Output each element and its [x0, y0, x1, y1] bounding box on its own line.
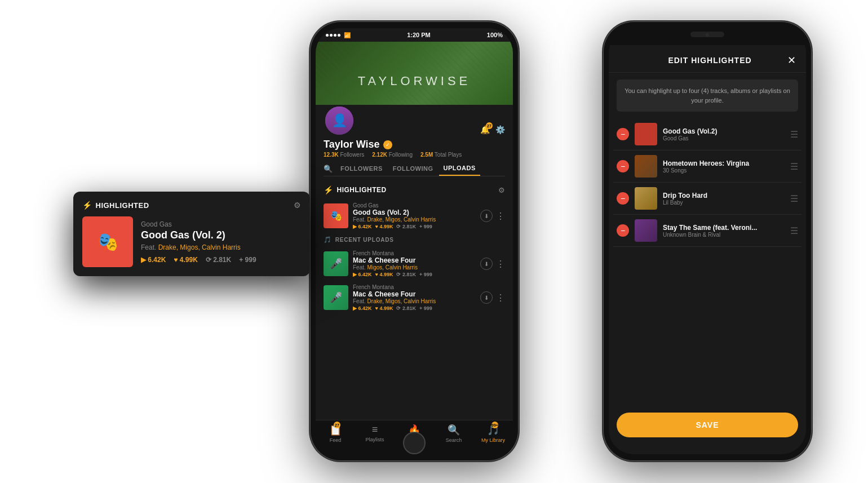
home-button[interactable] — [403, 432, 426, 454]
drag-handle-2[interactable]: ☰ — [790, 161, 798, 172]
avatar[interactable] — [324, 105, 355, 136]
profile-stats: 12.3K Followers 2.12K Following 2.5M Tot… — [324, 152, 505, 158]
recent-track-2-title: Mac & Cheese Four — [353, 290, 476, 298]
status-bar: 📶 1:20 PM 100% — [316, 28, 513, 42]
right-phone: EDIT HIGHLIGHTED ✕ You can highlight up … — [603, 21, 812, 461]
edit-track-name-3: Drip Too Hard — [663, 192, 785, 200]
more-button[interactable]: ⋮ — [496, 211, 505, 221]
close-button[interactable]: ✕ — [787, 54, 796, 67]
remove-btn-1[interactable]: − — [617, 128, 629, 140]
popup-track-album: Good Gas (Vol. 2) — [141, 229, 301, 241]
gear-icon[interactable]: ⚙ — [498, 186, 505, 194]
drag-handle-3[interactable]: ☰ — [790, 193, 798, 204]
track-thumbnail: 🎭 — [324, 203, 348, 228]
followers-count: 12.3K — [324, 152, 339, 158]
popup-title-text: HIGHLIGHTED — [96, 201, 149, 210]
popup-reposts: ⟳ 2.81K — [206, 256, 231, 264]
save-btn-area: SAVE — [617, 413, 798, 437]
followers-label: Followers — [340, 152, 364, 158]
edit-thumb-1 — [635, 123, 657, 145]
following-count: 2.12K — [372, 152, 387, 158]
profile-name: Taylor Wise — [324, 139, 380, 150]
battery-display: 100% — [487, 32, 503, 38]
nav-tabs: 🔍 FOLLOWERS FOLLOWING UPLOADS — [324, 161, 505, 176]
recent-track-1-title: Mac & Cheese Four — [353, 256, 476, 264]
edit-track-sub-2: 30 Songs — [663, 167, 785, 174]
edit-track-sub-1: Good Gas — [663, 135, 785, 141]
edit-track-row-2[interactable]: − Hometown Heroes: Virgina 30 Songs ☰ — [613, 150, 801, 183]
track-thumb-1: 🎤 — [324, 251, 348, 276]
recent-track-2-feat: Feat. Drake, Migos, Calvin Harris — [353, 298, 476, 304]
track-info: Good Gas Good Gas (Vol. 2) Feat. Drake, … — [353, 202, 476, 229]
library-badge: 99+ — [491, 422, 498, 428]
edit-track-row-1[interactable]: − Good Gas (Vol.2) Good Gas ☰ — [613, 118, 801, 150]
track-album: Good Gas (Vol. 2) — [353, 209, 476, 216]
edit-track-sub-4: Unknown Brain & Rival — [663, 232, 785, 238]
edit-header: EDIT HIGHLIGHTED ✕ — [609, 45, 806, 73]
following-label: Following — [389, 152, 413, 158]
track-thumb-2: 🎤 — [324, 285, 348, 310]
edit-thumb-2 — [635, 155, 657, 178]
right-status-bar — [609, 28, 806, 45]
center-phone: 📶 1:20 PM 100% TAYLORWISE 🔔 27 ⚙️ — [310, 21, 519, 461]
edit-info-box: You can highlight up to four (4) tracks,… — [617, 79, 798, 112]
remove-btn-3[interactable]: − — [617, 192, 629, 205]
edit-thumb-4 — [635, 219, 657, 242]
right-screen: EDIT HIGHLIGHTED ✕ You can highlight up … — [609, 28, 806, 454]
edit-track-name-1: Good Gas (Vol.2) — [663, 127, 785, 135]
download-btn-3[interactable]: ⬇ — [480, 291, 493, 304]
popup-likes: ♥ 4.99K — [174, 256, 197, 264]
edit-title: EDIT HIGHLIGHTED — [668, 56, 751, 65]
center-screen: 📶 1:20 PM 100% TAYLORWISE 🔔 27 ⚙️ — [316, 28, 513, 454]
highlighted-track-row[interactable]: 🎭 Good Gas Good Gas (Vol. 2) Feat. Drake… — [316, 199, 513, 233]
camera-dot — [706, 33, 709, 37]
highlighted-title: HIGHLIGHTED — [337, 186, 387, 194]
popup-comments: + 999 — [239, 256, 256, 264]
profile-section: 🔔 27 ⚙️ Taylor Wise ✓ 12.3K Followers 2.… — [316, 105, 513, 181]
plays-count: 2.5M — [420, 152, 433, 158]
track-feat: Feat. Drake, Migos, Calvin Harris — [353, 216, 476, 223]
drag-handle-4[interactable]: ☰ — [790, 225, 798, 236]
edit-track-row-4[interactable]: − Stay The Same (feat. Veroni... Unknown… — [613, 215, 801, 247]
search-icon[interactable]: 🔍 — [324, 165, 333, 173]
track-reposts: ⟳ 2.81K — [396, 224, 416, 229]
lightning-icon: ⚡ — [324, 185, 334, 194]
settings-button[interactable]: ⚙️ — [495, 125, 505, 134]
popup-feat: Feat. Drake, Migos, Calvin Harris — [141, 243, 301, 251]
drag-handle-1[interactable]: ☰ — [790, 129, 798, 140]
popup-lightning-icon: ⚡ — [82, 201, 92, 210]
plays-label: Total Plays — [435, 152, 462, 158]
popup-track: 🎭 Good Gas Good Gas (Vol. 2) Feat. Drake… — [82, 216, 301, 267]
track-subtitle: Good Gas — [353, 202, 476, 209]
save-button[interactable]: SAVE — [617, 413, 798, 437]
popup-thumbnail: 🎭 — [82, 216, 133, 267]
recent-track-1-artist: French Montana — [353, 250, 476, 256]
verified-badge: ✓ — [383, 140, 392, 149]
notification-button[interactable]: 🔔 27 — [480, 125, 490, 134]
edit-track-row-3[interactable]: − Drip Too Hard Lil Baby ☰ — [613, 183, 801, 215]
notif-badge: 27 — [486, 122, 493, 129]
more-btn-3[interactable]: ⋮ — [496, 293, 505, 303]
recent-track-1[interactable]: 🎤 French Montana Mac & Cheese Four Feat.… — [316, 247, 513, 281]
tab-uploads[interactable]: UPLOADS — [439, 161, 480, 176]
more-btn-2[interactable]: ⋮ — [496, 259, 505, 269]
tab-followers[interactable]: FOLLOWERS — [336, 162, 387, 175]
recent-uploads-label: RECENT UPLOADS — [335, 237, 394, 243]
highlighted-header: ⚡ HIGHLIGHTED ⚙ — [316, 181, 513, 199]
download-btn-2[interactable]: ⬇ — [480, 258, 493, 270]
recent-track-2-artist: French Montana — [353, 284, 476, 290]
edit-track-name-4: Stay The Same (feat. Veroni... — [663, 224, 785, 232]
popup-card: ⚡ HIGHLIGHTED ⚙ 🎭 Good Gas Good Gas (Vol… — [73, 192, 310, 276]
tab-following[interactable]: FOLLOWING — [388, 162, 438, 175]
edit-track-list: − Good Gas (Vol.2) Good Gas ☰ − Hometown… — [609, 118, 806, 247]
remove-btn-2[interactable]: − — [617, 160, 629, 172]
popup-gear-icon[interactable]: ⚙ — [294, 201, 301, 210]
download-button[interactable]: ⬇ — [480, 210, 493, 222]
signal-dots: 📶 — [326, 32, 351, 38]
recent-track-1-feat: Feat. Migos, Calvin Harris — [353, 264, 476, 271]
recent-track-2[interactable]: 🎤 French Montana Mac & Cheese Four Feat.… — [316, 281, 513, 314]
remove-btn-4[interactable]: − — [617, 224, 629, 237]
edit-info-text: You can highlight up to four (4) tracks,… — [625, 87, 790, 104]
edit-thumb-3 — [635, 187, 657, 210]
track-comments: + 999 — [419, 224, 432, 229]
